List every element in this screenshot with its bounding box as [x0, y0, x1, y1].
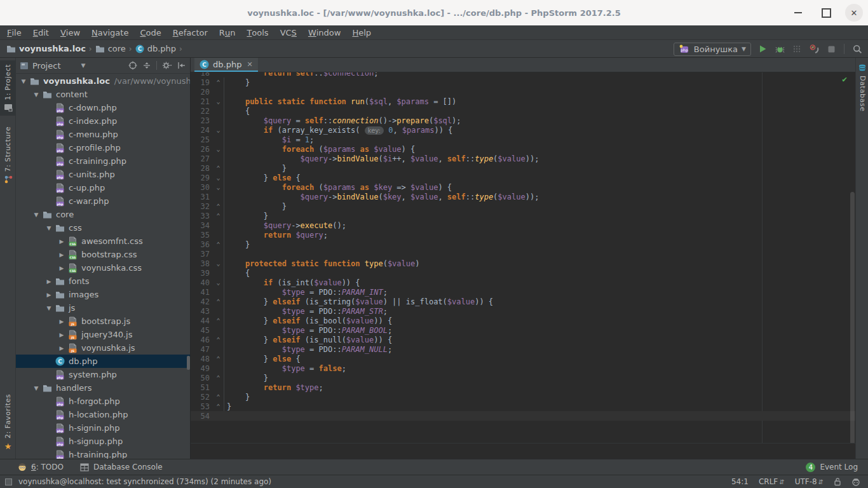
menu-item-view[interactable]: View	[55, 25, 86, 39]
fold-start-icon[interactable]: ⌄	[210, 173, 227, 182]
toolwindow-switcher-icon[interactable]	[5, 478, 12, 485]
search-everywhere-icon[interactable]	[851, 43, 863, 55]
tool-stripe-favorites[interactable]: 2: Favorites ★	[0, 390, 16, 455]
menu-item-vcs[interactable]: VCS	[275, 25, 302, 39]
close-button[interactable]: ✕	[845, 4, 863, 22]
menu-item-code[interactable]: Code	[134, 25, 166, 39]
breadcrumb-db-php[interactable]: Cdb.php	[135, 44, 176, 53]
tree-item-h-location-php[interactable]: phph-location.php	[16, 408, 190, 421]
code-line-41[interactable]: 41 $type = PDO::PARAM_INT;	[191, 287, 855, 297]
locate-file-icon[interactable]	[128, 61, 137, 70]
code-line-52[interactable]: 52⌃ }	[191, 392, 855, 402]
lock-icon[interactable]	[834, 477, 841, 486]
tree-item-system-php[interactable]: phpsystem.php	[16, 368, 190, 381]
hide-panel-icon[interactable]	[177, 61, 186, 70]
code-line-23[interactable]: 23 $query = self::connection()->prepare(…	[191, 116, 855, 125]
chevron-collapsed-icon[interactable]: ▶	[56, 345, 67, 351]
fold-end-icon[interactable]: ⌃	[210, 316, 227, 325]
fold-end-icon[interactable]: ⌃	[210, 373, 227, 383]
attach-debugger-button[interactable]	[808, 43, 820, 55]
chevron-collapsed-icon[interactable]: ▶	[56, 318, 67, 325]
code-line-47[interactable]: 47 $type = PDO::PARAM_NULL;	[191, 344, 855, 354]
event-log-button[interactable]: 4 Event Log	[806, 463, 858, 472]
stop-button[interactable]	[825, 43, 837, 55]
fold-end-icon[interactable]: ⌃	[210, 163, 227, 173]
code-line-26[interactable]: 26⌄ foreach ($params as $value) {	[191, 144, 855, 154]
minimize-button[interactable]	[789, 4, 807, 22]
tool-stripe-project[interactable]: 1: Project	[0, 60, 16, 116]
fold-end-icon[interactable]: ⌃	[210, 402, 227, 411]
editor-scrollbar-thumb[interactable]	[850, 192, 855, 443]
fold-start-icon[interactable]: ⌄	[210, 278, 227, 287]
code-line-36[interactable]: 36⌃ }	[191, 240, 855, 249]
chevron-expanded-icon[interactable]: ▼	[43, 305, 55, 311]
chevron-collapsed-icon[interactable]: ▶	[43, 292, 55, 298]
tab-db-php[interactable]: C db.php ✕	[194, 58, 258, 72]
tree-item-db-php[interactable]: Cdb.php	[16, 355, 190, 368]
menu-item-run[interactable]: Run	[214, 25, 241, 39]
tree-item-images[interactable]: ▶images	[16, 288, 190, 301]
fold-end-icon[interactable]: ⌃	[210, 240, 227, 249]
tree-item-fonts[interactable]: ▶fonts	[16, 274, 190, 288]
code-line-38[interactable]: 38⌄ protected static function type($valu…	[191, 259, 855, 268]
maximize-button[interactable]	[817, 4, 835, 22]
chevron-collapsed-icon[interactable]: ▶	[56, 252, 67, 258]
inspections-ok-icon[interactable]: ✔	[842, 74, 847, 84]
line-ending-select[interactable]: CRLF⇵	[759, 477, 785, 486]
inspection-profile-icon[interactable]	[851, 477, 860, 486]
tree-item-voynushka-loc[interactable]: ▼voynushka.loc/var/www/voynushka.loc	[16, 74, 190, 88]
code-line-32[interactable]: 32⌃ }	[191, 201, 855, 211]
fold-end-icon[interactable]: ⌃	[210, 201, 227, 211]
tree-item-bootstrap-css[interactable]: ▶CSSbootstrap.css	[16, 248, 190, 261]
close-tab-icon[interactable]: ✕	[247, 60, 252, 69]
fold-start-icon[interactable]: ⌄	[210, 97, 227, 106]
menu-item-refactor[interactable]: Refactor	[167, 25, 214, 39]
code-line-20[interactable]: 20	[191, 87, 855, 97]
code-line-29[interactable]: 29⌄ } else {	[191, 173, 855, 182]
tree-item-core[interactable]: ▼core	[16, 208, 190, 221]
toolwindow-button-6-todo[interactable]: 6: TODO	[18, 463, 64, 471]
tree-item-c-index-php[interactable]: phpc-index.php	[16, 114, 190, 128]
code-line-48[interactable]: 48⌃ } else {	[191, 354, 855, 363]
tree-item-awesomfnt-css[interactable]: ▶CSSawesomfnt.css	[16, 234, 190, 248]
code-line-39[interactable]: 39 {	[191, 268, 855, 278]
caret-position[interactable]: 54:1	[731, 477, 749, 486]
tree-item-c-war-php[interactable]: phpc-war.php	[16, 194, 190, 208]
debug-button[interactable]	[774, 43, 785, 55]
code-line-35[interactable]: 35 return $query;	[191, 230, 855, 240]
tree-item-h-signup-php[interactable]: phph-signup.php	[16, 435, 190, 448]
code-line-50[interactable]: 50⌃ }	[191, 373, 855, 383]
chevron-expanded-icon[interactable]: ▼	[31, 385, 42, 391]
code-line-49[interactable]: 49 $type = false;	[191, 363, 855, 373]
tree-item-c-up-php[interactable]: phpc-up.php	[16, 181, 190, 194]
chevron-collapsed-icon[interactable]: ▶	[43, 278, 55, 285]
tree-item-c-menu-php[interactable]: phpc-menu.php	[16, 128, 190, 141]
code-line-40[interactable]: 40⌄ if (is_int($value)) {	[191, 278, 855, 287]
code-line-31[interactable]: 31 $query->bindValue($key, $value, self:…	[191, 192, 855, 201]
code-line-54[interactable]: 54	[191, 411, 855, 421]
tool-stripe-database[interactable]: Database	[856, 60, 868, 116]
code-line-22[interactable]: 22 {	[191, 106, 855, 116]
fold-end-icon[interactable]: ⌃	[210, 335, 227, 344]
tree-item-js[interactable]: ▼js	[16, 301, 190, 315]
code-line-21[interactable]: 21⌄ public static function run($sql, $pa…	[191, 97, 855, 106]
tool-stripe-structure[interactable]: 7: Structure	[0, 123, 16, 187]
fold-start-icon[interactable]: ⌄	[210, 125, 227, 135]
fold-end-icon[interactable]: ⌃	[210, 211, 227, 220]
code-line-53[interactable]: 53⌃}	[191, 402, 855, 411]
fold-end-icon[interactable]: ⌃	[210, 354, 227, 363]
tree-item-voynushka-js[interactable]: ▶JSvoynushka.js	[16, 341, 190, 355]
encoding-select[interactable]: UTF-8⇵	[795, 477, 824, 486]
tree-item-c-training-php[interactable]: phpc-training.php	[16, 154, 190, 168]
code-line-43[interactable]: 43 $type = PDO::PARAM_STR;	[191, 306, 855, 316]
code-editor[interactable]: 18 return self::$connection;19⌃ }2021⌄ p…	[191, 72, 855, 443]
tree-item-c-down-php[interactable]: phpc-down.php	[16, 101, 190, 114]
run-configuration-select[interactable]: php Войнушка ▼	[674, 43, 751, 56]
chevron-collapsed-icon[interactable]: ▶	[56, 238, 67, 245]
menu-item-navigate[interactable]: Navigate	[86, 25, 134, 39]
tree-item-voynushka-css[interactable]: ▶CSSvoynushka.css	[16, 261, 190, 274]
menu-item-file[interactable]: File	[1, 25, 27, 39]
settings-gear-icon[interactable]	[162, 61, 172, 70]
menu-item-edit[interactable]: Edit	[27, 25, 55, 39]
code-line-18[interactable]: 18 return self::$connection;	[191, 72, 855, 78]
